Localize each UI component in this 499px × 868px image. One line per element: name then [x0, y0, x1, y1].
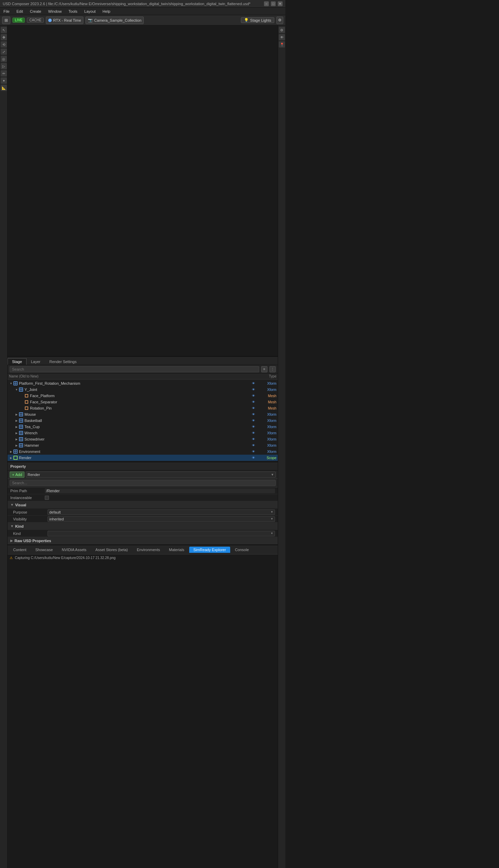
icon-mouse — [19, 412, 23, 416]
tab-materials[interactable]: Materials — [165, 547, 189, 553]
rtx-mode-button[interactable]: RTX - Real Time — [46, 17, 83, 24]
stage-filter-button[interactable]: ≡ — [261, 366, 267, 372]
face-platform-name: Face_Platform — [30, 394, 252, 398]
visibility-eye-y-joint[interactable]: 👁 — [252, 388, 255, 391]
expand-render[interactable]: ▶ — [9, 456, 13, 460]
cache-badge[interactable]: CACHE — [27, 18, 44, 23]
expand-screwdriver[interactable]: ▶ — [14, 437, 19, 441]
property-search-input[interactable] — [10, 480, 276, 486]
menu-create[interactable]: Create — [29, 9, 43, 14]
tab-showcase[interactable]: Showcase — [31, 547, 57, 553]
move-tool[interactable]: ✥ — [1, 34, 7, 40]
workspace: ↖ ✥ ⟲ ⤢ ◎ ▷ ✏ ✦ 📐 — [0, 25, 285, 868]
purpose-dropdown[interactable]: default ▼ — [48, 509, 275, 515]
tree-row-tea-cup[interactable]: ▶ Tea_Cup 👁 Xform — [8, 424, 278, 430]
tab-environments[interactable]: Environments — [133, 547, 164, 553]
kind-section-header[interactable]: ▼ Kind — [8, 523, 278, 530]
visibility-eye-tea-cup[interactable]: 👁 — [252, 425, 255, 428]
right-tool-map[interactable]: 📍 — [279, 41, 285, 48]
expand-tea-cup[interactable]: ▶ — [14, 425, 19, 429]
visual-section-header[interactable]: ▼ Visual — [8, 501, 278, 509]
expand-basketball[interactable]: ▶ — [14, 418, 19, 423]
toolbar-grid-button[interactable]: ⊞ — [2, 17, 10, 24]
maximize-button[interactable]: □ — [271, 1, 276, 6]
environment-name: Environment — [19, 450, 252, 454]
tab-simready-explorer[interactable]: SimReady Explorer — [189, 547, 230, 553]
close-button[interactable]: ✕ — [278, 1, 283, 6]
tab-nvidia-assets[interactable]: NVIDIA Assets — [58, 547, 91, 553]
status-bar: ⚠ Capturing C:/Users/kutlu/New E/capture… — [8, 554, 278, 561]
tree-row-environment[interactable]: ▶ Environment 👁 Xform — [8, 448, 278, 455]
expand-platform-rotation[interactable]: ▼ — [9, 381, 13, 385]
tab-stage[interactable]: Stage — [8, 358, 27, 365]
pen-tool[interactable]: ✏ — [1, 70, 7, 76]
tree-row-rotation-pin[interactable]: ▶ Rotation_Pin 👁 Mesh — [8, 405, 278, 411]
visibility-dropdown[interactable]: inherited ▼ — [48, 516, 275, 522]
raw-usd-section-header[interactable]: ▶ Raw USD Properties — [8, 537, 278, 545]
visibility-eye-mouse[interactable]: 👁 — [252, 413, 255, 416]
visibility-eye-environment[interactable]: 👁 — [252, 450, 255, 453]
play-tool[interactable]: ▷ — [1, 63, 7, 69]
right-tool-eye[interactable]: 👁 — [279, 34, 285, 40]
stage-lights-button[interactable]: 💡 Stage Lights — [241, 17, 274, 23]
expand-hammer[interactable]: ▶ — [14, 443, 19, 447]
stage-search-input[interactable] — [10, 366, 259, 372]
visibility-eye-wrench[interactable]: 👁 — [252, 431, 255, 435]
instanceable-checkbox[interactable] — [45, 496, 49, 500]
visibility-eye-face-platform[interactable]: 👁 — [252, 394, 255, 397]
snap-tool[interactable]: ✦ — [1, 78, 7, 84]
scale-tool[interactable]: ⤢ — [1, 49, 7, 55]
tree-row-wrench[interactable]: ▶ Wrench 👁 Xform — [8, 430, 278, 436]
live-badge[interactable]: LIVE — [12, 18, 25, 23]
select-tool[interactable]: ↖ — [1, 27, 7, 33]
property-search-container — [8, 479, 278, 487]
window-title: USD Composer 2023.2.6 | file:/C:/Users/k… — [3, 2, 264, 6]
tree-row-mouse[interactable]: ▶ Mouse 👁 Xform — [8, 411, 278, 417]
menu-file[interactable]: File — [2, 9, 11, 14]
tab-asset-stores[interactable]: Asset Stores (beta) — [91, 547, 132, 553]
kind-dropdown[interactable]: ▼ — [48, 531, 275, 536]
mouse-name: Mouse — [24, 412, 252, 416]
visibility-label: Visibility — [13, 517, 48, 521]
expand-y-joint[interactable]: ▼ — [14, 388, 19, 392]
visibility-eye-rotation-pin[interactable]: 👁 — [252, 406, 255, 410]
tree-row-face-separator[interactable]: ▶ Face_Separator 👁 Mesh — [8, 399, 278, 405]
menu-tools[interactable]: Tools — [67, 9, 79, 14]
right-tool-settings[interactable]: ⚙ — [279, 27, 285, 33]
toolbar-settings-button[interactable]: ⚙ — [276, 17, 283, 24]
rotate-tool[interactable]: ⟲ — [1, 41, 7, 48]
tree-row-hammer[interactable]: ▶ Hammer 👁 Xform — [8, 442, 278, 448]
property-add-button[interactable]: + Add — [10, 472, 24, 478]
tree-row-y-joint[interactable]: ▼ Y_Joint 👁 Xform — [8, 386, 278, 393]
visibility-eye-platform[interactable]: 👁 — [252, 382, 255, 385]
measure-tool[interactable]: 📐 — [1, 85, 7, 91]
expand-mouse[interactable]: ▶ — [14, 412, 19, 416]
face-platform-type: Mesh — [256, 394, 276, 398]
camera-button[interactable]: 📷 Camera_Sample_Collection — [85, 17, 144, 24]
tab-render-settings[interactable]: Render Settings — [45, 358, 81, 365]
visibility-eye-render[interactable]: 👁 — [252, 456, 255, 459]
visibility-eye-hammer[interactable]: 👁 — [252, 444, 255, 447]
rotation-pin-name: Rotation_Pin — [30, 406, 252, 410]
tree-row-screwdriver[interactable]: ▶ Screwdriver 👁 Xform — [8, 436, 278, 442]
menu-edit[interactable]: Edit — [15, 9, 24, 14]
menu-layout[interactable]: Layout — [83, 9, 97, 14]
property-add-value[interactable]: Render ▼ — [26, 472, 276, 478]
tree-row-platform-rotation[interactable]: ▼ Platform_First_Rotation_Mechanism 👁 Xf… — [8, 380, 278, 386]
visibility-eye-basketball[interactable]: 👁 — [252, 419, 255, 422]
expand-wrench[interactable]: ▶ — [14, 431, 19, 435]
tab-layer[interactable]: Layer — [27, 358, 45, 365]
menu-window[interactable]: Window — [47, 9, 63, 14]
visibility-eye-face-separator[interactable]: 👁 — [252, 400, 255, 404]
tab-console[interactable]: Console — [231, 547, 253, 553]
tab-content[interactable]: Content — [9, 547, 31, 553]
stage-options-button[interactable]: ⋮ — [269, 366, 276, 372]
tree-row-render[interactable]: ▶ Render 👁 Scope — [8, 455, 278, 461]
expand-environment[interactable]: ▶ — [9, 450, 13, 454]
tree-row-basketball[interactable]: ▶ Basketball 👁 Xform — [8, 417, 278, 424]
minimize-button[interactable]: – — [264, 1, 269, 6]
camera-tool[interactable]: ◎ — [1, 56, 7, 62]
visibility-eye-screwdriver[interactable]: 👁 — [252, 437, 255, 441]
menu-help[interactable]: Help — [101, 9, 112, 14]
tree-row-face-platform[interactable]: ▶ Face_Platform 👁 Mesh — [8, 393, 278, 399]
